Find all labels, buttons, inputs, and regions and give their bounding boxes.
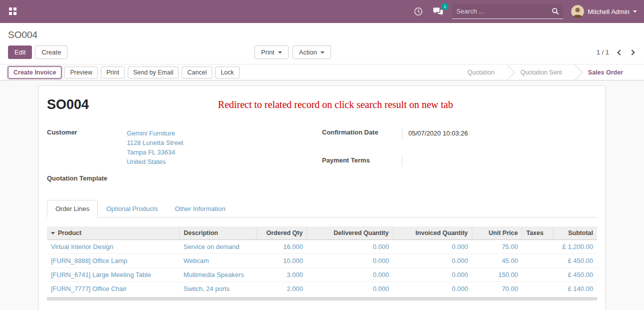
column-header-ordered-qty[interactable]: Ordered Qty (257, 226, 307, 240)
cell-delivered-qty: 0.000 (307, 282, 393, 296)
tab-other-information[interactable]: Other Information (166, 200, 234, 218)
action-buttons: Print Action (255, 46, 331, 59)
cell-description: Service on demand (179, 240, 257, 254)
cell-invoiced-qty: 0.000 (393, 240, 472, 254)
cell-ordered-qty: 2.000 (257, 282, 307, 296)
quotation-template-label: Quotation Template (47, 174, 127, 183)
chevron-left-icon (617, 50, 623, 55)
cell-subtotal: £ 140.00 (553, 282, 597, 296)
tab-order-lines[interactable]: Order Lines (47, 200, 98, 218)
pager: 1 / 1 (597, 48, 636, 56)
cell-unit-price: 45.00 (472, 254, 522, 268)
preview-button[interactable]: Preview (64, 66, 97, 78)
cell-delivered-qty: 0.000 (307, 240, 393, 254)
chevron-down-icon (278, 52, 282, 54)
quotation-template-value (127, 174, 322, 176)
page-title: SO004 (47, 97, 89, 112)
search-icon (552, 8, 559, 15)
user-menu[interactable]: Mitchell Admin (571, 5, 637, 18)
cell-taxes (522, 268, 553, 282)
global-search[interactable] (452, 4, 563, 19)
breadcrumb-row: SO004 (0, 23, 644, 42)
column-label: Product (58, 230, 81, 236)
cell-delivered-qty: 0.000 (307, 254, 393, 268)
customer-value[interactable]: Gemini Furniture 1128 Lunetta Street Tam… (127, 128, 322, 168)
payment-terms-label: Payment Terms (322, 156, 402, 165)
search-submit-button[interactable] (552, 8, 559, 15)
sale-order-sheet: SO004 Redirect to related record on clic… (38, 86, 606, 310)
cell-taxes (522, 254, 553, 268)
column-header-unit-price[interactable]: Unit Price (472, 226, 522, 240)
field-groups: Customer Gemini Furniture 1128 Lunetta S… (47, 128, 597, 183)
search-input[interactable] (456, 8, 552, 15)
column-header-product[interactable]: Product (47, 226, 179, 240)
pager-previous-button[interactable] (616, 48, 624, 56)
apps-grid-icon (9, 8, 17, 16)
action-dropdown-button[interactable]: Action (293, 46, 331, 59)
action-dropdown-label: Action (299, 48, 317, 56)
cell-description: Webcam (179, 254, 257, 268)
sort-descending-icon (51, 232, 55, 234)
table-scrollbar[interactable] (47, 297, 597, 300)
customer-address-line: United States (127, 157, 322, 166)
send-by-email-button[interactable]: Send by Email (128, 66, 179, 78)
status-step-quotation-sent[interactable]: Quotation Sent (507, 64, 575, 80)
notebook-tabs: Order Lines Optional Products Other Info… (47, 200, 597, 218)
right-field-group: Confirmation Date 05/07/2020 10:03:26 Pa… (322, 128, 597, 183)
order-lines-table: Product Description Ordered Qty Delivere… (47, 226, 597, 296)
payment-terms-value (402, 156, 597, 166)
chevron-down-icon (633, 10, 637, 12)
column-header-invoiced-quantity[interactable]: Invoiced Quantity (393, 226, 472, 240)
cell-unit-price: 75.00 (472, 240, 522, 254)
cell-product[interactable]: [FURN_7777] Office Chair (47, 282, 179, 296)
tab-optional-products[interactable]: Optional Products (98, 200, 166, 218)
order-line-row[interactable]: [FURN_7777] Office Chair Switch, 24 port… (47, 282, 597, 296)
print-button[interactable]: Print (101, 66, 125, 78)
clock-icon (414, 7, 423, 16)
lock-button[interactable]: Lock (215, 66, 239, 78)
cell-taxes (522, 240, 553, 254)
user-name: Mitchell Admin (588, 8, 630, 16)
apps-menu-button[interactable] (7, 6, 19, 18)
print-dropdown-label: Print (261, 48, 275, 56)
cell-taxes (522, 282, 553, 296)
activities-button[interactable] (413, 6, 424, 17)
customer-address-line: Tampa FL 33634 (127, 148, 322, 157)
order-line-row[interactable]: [FURN_6741] Large Meeting Table Multimed… (47, 268, 597, 282)
cell-invoiced-qty: 0.000 (393, 254, 472, 268)
cancel-button[interactable]: Cancel (182, 66, 212, 78)
customer-label: Customer (47, 128, 127, 137)
statusbar-buttons: Create Invoice Preview Print Send by Ema… (8, 66, 240, 78)
navbar-right-group: 1 Mitchell Admin (413, 4, 637, 19)
cell-ordered-qty: 16.000 (257, 240, 307, 254)
cell-unit-price: 150.00 (472, 268, 522, 282)
status-step-sales-order[interactable]: Sales Order (575, 64, 636, 80)
pager-value: 1 / 1 (597, 48, 609, 56)
statusbar: Create Invoice Preview Print Send by Ema… (0, 64, 644, 80)
pager-next-button[interactable] (628, 48, 636, 56)
cell-invoiced-qty: 0.000 (393, 268, 472, 282)
messages-button[interactable]: 1 (432, 6, 444, 17)
cell-ordered-qty: 3.000 (257, 268, 307, 282)
column-header-description[interactable]: Description (179, 226, 257, 240)
cell-product[interactable]: [FURN_6741] Large Meeting Table (47, 268, 179, 282)
column-header-subtotal[interactable]: Subtotal (553, 226, 597, 240)
confirmation-date-label: Confirmation Date (322, 128, 402, 137)
cell-product[interactable]: Virtual Interior Design (47, 240, 179, 254)
create-invoice-button[interactable]: Create Invoice (8, 66, 61, 78)
cell-subtotal: £ 450.00 (553, 254, 597, 268)
customer-name-link[interactable]: Gemini Furniture (127, 128, 322, 138)
edit-button[interactable]: Edit (8, 46, 32, 59)
order-line-row[interactable]: [FURN_8888] Office Lamp Webcam 10.000 0.… (47, 254, 597, 268)
column-header-delivered-quantity[interactable]: Delivered Quantity (307, 226, 393, 240)
print-dropdown-button[interactable]: Print (255, 46, 289, 59)
cell-subtotal: £ 450.00 (553, 268, 597, 282)
order-line-row[interactable]: Virtual Interior Design Service on deman… (47, 240, 597, 254)
column-header-taxes[interactable]: Taxes (522, 226, 553, 240)
cell-product[interactable]: [FURN_8888] Office Lamp (47, 254, 179, 268)
record-buttons: Edit Create (8, 46, 67, 59)
create-button[interactable]: Create (35, 46, 67, 59)
chevron-down-icon (321, 52, 324, 54)
cell-description: Switch, 24 ports (179, 282, 257, 296)
cell-delivered-qty: 0.000 (307, 268, 393, 282)
